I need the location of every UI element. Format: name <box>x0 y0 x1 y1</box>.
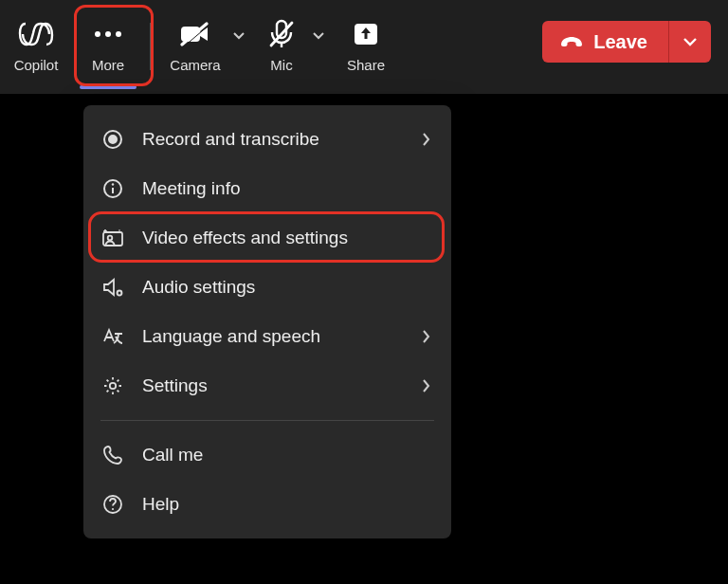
menu-item-label: Call me <box>142 445 430 465</box>
mic-button[interactable]: Mic <box>251 0 312 85</box>
leave-label: Leave <box>593 31 647 53</box>
svg-point-0 <box>95 31 100 37</box>
menu-item-call-me[interactable]: Call me <box>83 430 451 480</box>
mic-off-icon <box>267 19 296 49</box>
more-menu: Record and transcribe Meeting info Video… <box>83 105 451 538</box>
chevron-right-icon <box>422 329 430 344</box>
share-icon <box>353 19 379 49</box>
copilot-icon <box>18 19 54 49</box>
menu-item-settings[interactable]: Settings <box>83 361 451 411</box>
language-icon <box>100 324 125 349</box>
gear-icon <box>100 374 125 398</box>
menu-item-help[interactable]: Help <box>83 480 451 529</box>
copilot-label: Copilot <box>14 57 59 73</box>
menu-item-record-transcribe[interactable]: Record and transcribe <box>83 115 451 164</box>
camera-options-chevron[interactable] <box>232 0 251 70</box>
menu-item-label: Video effects and settings <box>142 228 430 248</box>
info-icon <box>100 176 125 201</box>
help-icon <box>100 492 125 517</box>
more-active-indicator <box>80 85 136 89</box>
svg-rect-3 <box>181 27 200 42</box>
mic-label: Mic <box>270 57 292 73</box>
menu-item-label: Language and speech <box>142 326 422 347</box>
mic-options-chevron[interactable] <box>312 0 331 70</box>
more-icon <box>94 19 122 49</box>
share-button[interactable]: Share <box>331 0 401 85</box>
menu-item-label: Help <box>142 494 430 515</box>
svg-point-13 <box>112 183 114 185</box>
camera-off-icon <box>179 19 211 49</box>
leave-button-group: Leave <box>542 21 711 63</box>
toolbar-separator <box>150 23 151 70</box>
video-effects-icon <box>100 226 125 250</box>
audio-settings-icon <box>100 275 125 300</box>
copilot-button[interactable]: Copilot <box>2 0 70 85</box>
svg-point-19 <box>110 383 116 389</box>
leave-options-chevron[interactable] <box>669 21 711 63</box>
svg-point-1 <box>105 31 111 37</box>
chevron-right-icon <box>422 378 430 393</box>
leave-button[interactable]: Leave <box>542 21 669 63</box>
meeting-toolbar: Copilot More Camera <box>0 0 728 95</box>
svg-point-21 <box>112 508 114 510</box>
menu-item-language-speech[interactable]: Language and speech <box>83 312 451 361</box>
menu-item-label: Audio settings <box>142 277 430 298</box>
camera-label: Camera <box>170 57 220 73</box>
menu-item-video-effects[interactable]: Video effects and settings <box>83 213 451 263</box>
svg-point-2 <box>116 31 121 37</box>
phone-icon <box>100 443 125 467</box>
menu-item-label: Meeting info <box>142 178 430 199</box>
more-label: More <box>92 57 124 73</box>
svg-point-17 <box>118 229 120 231</box>
menu-item-label: Record and transcribe <box>142 129 422 150</box>
menu-item-label: Settings <box>142 375 422 396</box>
menu-item-audio-settings[interactable]: Audio settings <box>83 263 451 312</box>
menu-item-meeting-info[interactable]: Meeting info <box>83 164 451 213</box>
menu-separator <box>100 420 434 421</box>
camera-button[interactable]: Camera <box>158 0 232 85</box>
record-icon <box>100 127 125 152</box>
hangup-icon <box>559 35 584 48</box>
share-label: Share <box>347 57 385 73</box>
chevron-right-icon <box>422 132 430 147</box>
svg-point-11 <box>109 136 117 143</box>
more-button[interactable]: More <box>70 0 146 85</box>
svg-point-16 <box>108 236 113 241</box>
